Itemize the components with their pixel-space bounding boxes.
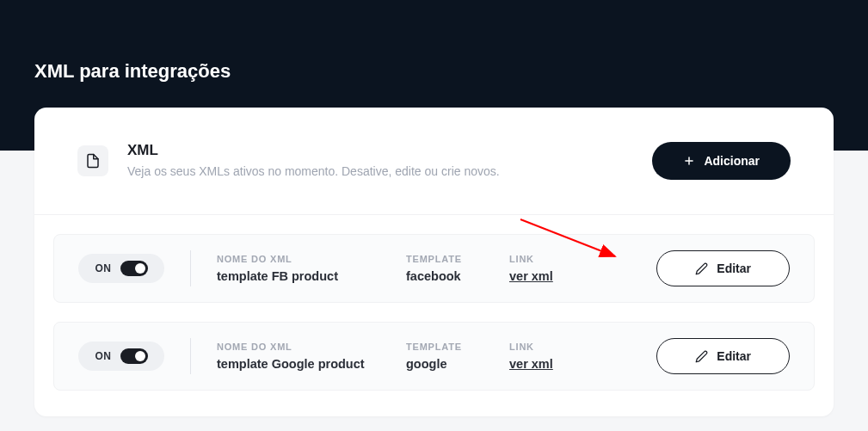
card-header: XML Veja os seus XMLs ativos no momento.… (34, 108, 834, 215)
edit-button[interactable]: Editar (656, 250, 790, 286)
section-title: XML (127, 142, 500, 159)
switch-icon (120, 348, 148, 364)
file-icon (77, 145, 108, 176)
pencil-icon (695, 262, 708, 275)
col-link-label: LINK (509, 254, 656, 264)
divider (190, 338, 191, 374)
col-template-value: google (406, 357, 509, 371)
plus-icon (683, 155, 695, 167)
xml-row: ON NOME DO XML template FB product TEMPL… (53, 234, 815, 303)
col-name-value: template Google product (217, 357, 406, 371)
col-template: TEMPLATE google (406, 342, 509, 371)
col-template-value: facebook (406, 269, 509, 283)
switch-icon (120, 261, 148, 276)
col-name-label: NOME DO XML (217, 254, 406, 264)
pencil-icon (695, 350, 708, 363)
col-template: TEMPLATE facebook (406, 254, 509, 283)
col-name: NOME DO XML template FB product (217, 254, 406, 283)
card-header-text: XML Veja os seus XMLs ativos no momento.… (127, 142, 500, 178)
add-button[interactable]: Adicionar (652, 142, 791, 180)
section-subtitle: Veja os seus XMLs ativos no momento. Des… (127, 164, 500, 178)
col-name: NOME DO XML template Google product (217, 342, 406, 371)
page-title: XML para integrações (34, 60, 834, 83)
col-link-label: LINK (509, 342, 656, 352)
col-link: LINK ver xml (509, 342, 656, 371)
edit-button-label: Editar (717, 349, 751, 363)
xml-row: ON NOME DO XML template Google product T… (53, 322, 815, 391)
view-xml-link[interactable]: ver xml (509, 269, 656, 283)
col-name-value: template FB product (217, 269, 406, 283)
view-xml-link[interactable]: ver xml (509, 357, 656, 371)
divider (190, 250, 191, 286)
status-toggle[interactable]: ON (78, 342, 164, 371)
toggle-label: ON (95, 350, 112, 362)
col-template-label: TEMPLATE (406, 254, 509, 264)
col-template-label: TEMPLATE (406, 342, 509, 352)
col-link: LINK ver xml (509, 254, 656, 283)
xml-rows: ON NOME DO XML template FB product TEMPL… (34, 215, 834, 416)
edit-button-label: Editar (717, 262, 751, 275)
status-toggle[interactable]: ON (78, 254, 164, 283)
card-header-left: XML Veja os seus XMLs ativos no momento.… (77, 142, 500, 178)
add-button-label: Adicionar (704, 154, 760, 168)
xml-card: XML Veja os seus XMLs ativos no momento.… (34, 108, 834, 416)
col-name-label: NOME DO XML (217, 342, 406, 352)
edit-button[interactable]: Editar (656, 338, 790, 374)
toggle-label: ON (95, 262, 112, 274)
